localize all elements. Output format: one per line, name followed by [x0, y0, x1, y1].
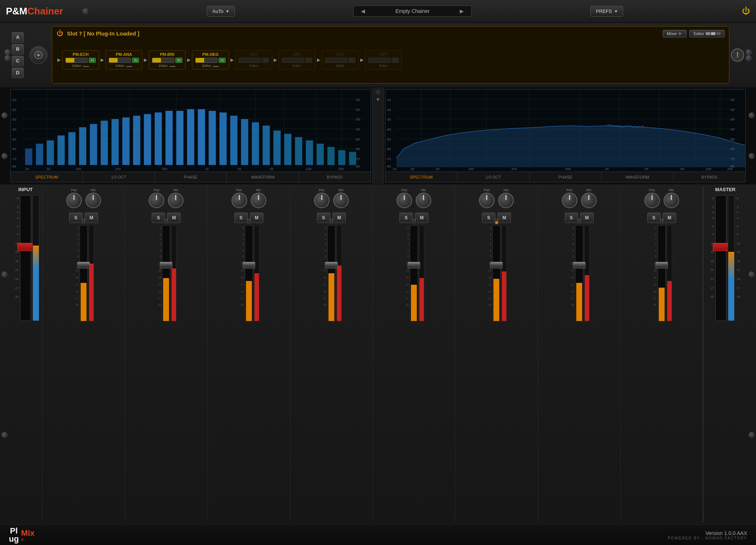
ch2-fader-thumb[interactable] [160, 262, 172, 268]
ch3-mute[interactable]: M [250, 213, 263, 223]
ch5-fader[interactable]: clip [410, 225, 418, 321]
ch7-solo[interactable]: S [565, 213, 578, 223]
ch3-solo[interactable]: S [234, 213, 248, 223]
plugin-arrow-1[interactable]: ▶ [57, 57, 61, 62]
ch4-fader-thumb[interactable] [325, 262, 338, 268]
ch6-mix-knob[interactable] [498, 193, 514, 208]
tab-spectrum-right[interactable]: SPECTRUM [385, 172, 458, 182]
ch5-pan-knob[interactable] [396, 193, 412, 208]
input-fader-thumb[interactable] [17, 243, 34, 251]
editor-button[interactable]: Editor [689, 30, 725, 37]
plugin-arrow-4[interactable]: ▶ [187, 57, 190, 62]
tab-bypass-right[interactable]: BYPASS [674, 172, 745, 182]
plugin-arrow-7[interactable]: ▶ [317, 57, 320, 62]
tab-phase-left[interactable]: PHASE [155, 172, 227, 182]
plugin-off-4[interactable]: OFF IN Editor [365, 50, 402, 70]
plugin-pm-bri[interactable]: PM-BRI IN Editor ▬▬ [149, 50, 186, 70]
ch3-pan-knob[interactable] [232, 193, 247, 208]
ch3-mix-knob[interactable] [251, 193, 266, 208]
ch2-mute[interactable]: M [167, 213, 180, 223]
plugin-off-2[interactable]: OFF IN Editor [279, 50, 315, 70]
auto-button[interactable]: AuTo [207, 6, 235, 17]
slot-letters: A B C D [12, 32, 24, 78]
ch8-solo[interactable]: S [647, 213, 661, 223]
tab-oct-left[interactable]: 1/3 OCT [83, 172, 155, 182]
ch4-mix-knob[interactable] [333, 193, 349, 208]
plugin-arrow-2[interactable]: ▶ [101, 57, 104, 62]
ch8-pan-knob[interactable] [644, 193, 660, 208]
tab-spectrum-left[interactable]: SPECTRUM [11, 172, 83, 182]
add-plugin-button[interactable] [30, 46, 47, 64]
ch8-fader-thumb[interactable] [655, 262, 668, 268]
ch1-fader-thumb[interactable] [77, 262, 90, 268]
ch8-fader[interactable]: clip [658, 225, 666, 321]
tab-oct-right[interactable]: 1/3 OCT [458, 172, 530, 182]
ch8-mute[interactable]: M [663, 213, 676, 223]
ch6-mute[interactable]: M [497, 213, 511, 223]
master-fader[interactable] [715, 195, 726, 321]
plugin-off-3[interactable]: OFF IN Editor [322, 50, 359, 70]
ch7-mute[interactable]: M [580, 213, 594, 223]
tab-waveform-right[interactable]: WAVEFORM [601, 172, 674, 182]
preset-prev[interactable]: ◀ [361, 8, 365, 14]
divider-arrow[interactable]: ▼ [375, 97, 381, 102]
plugin-arrow-8[interactable]: ▶ [360, 57, 364, 62]
ch2-pan-knob[interactable] [149, 193, 164, 208]
ch5-mix-knob[interactable] [416, 193, 431, 208]
ch1-solo[interactable]: S [69, 213, 82, 223]
plugin-pm-deg[interactable]: PM-DEG IN Editor ▬▬ [192, 50, 229, 70]
plugin-arrow-5[interactable]: ▶ [230, 57, 234, 62]
ch1-pan-knob[interactable] [66, 193, 82, 208]
ch6-fader-thumb[interactable] [490, 262, 503, 268]
ch7-mix-knob[interactable] [581, 193, 597, 208]
ch4-fader[interactable]: clip [327, 225, 335, 321]
ch1-fader[interactable]: clip [80, 225, 88, 321]
slot-letter-c[interactable]: C [12, 56, 24, 66]
ch2-fader[interactable]: clip [162, 225, 170, 321]
ch1-mix-knob[interactable] [85, 193, 101, 208]
slot-letter-b[interactable]: B [12, 44, 24, 54]
master-fader-thumb[interactable] [713, 243, 729, 251]
ch3-fader[interactable]: clip [245, 225, 253, 321]
ch4-pan-knob[interactable] [314, 193, 330, 208]
preset-next[interactable]: ▶ [460, 8, 464, 14]
ch6-solo[interactable]: S [482, 213, 495, 223]
input-vu-meter [33, 195, 39, 321]
tab-bypass-left[interactable]: BYPASS [299, 172, 371, 182]
slot-power-icon[interactable]: ⏻ [57, 30, 63, 37]
ch7-fader[interactable]: clip [575, 225, 583, 321]
ch5-mute[interactable]: M [415, 213, 428, 223]
svg-rect-46 [338, 150, 345, 165]
mixer-button[interactable]: Mixer ⫸ [663, 30, 686, 37]
ch1-vu [89, 225, 94, 321]
slot-letter-d[interactable]: D [12, 68, 24, 78]
ch4-solo[interactable]: S [317, 213, 330, 223]
ch3-pan-group: Pan [232, 188, 247, 208]
plugin-pm-ech[interactable]: PM-ECH IN Editor ▬▬ [62, 50, 99, 70]
slot-letter-a[interactable]: A [12, 32, 24, 43]
input-fader[interactable] [20, 195, 31, 321]
plugin-arrow-3[interactable]: ▶ [144, 57, 147, 62]
ch3-vu [254, 225, 259, 321]
power-icon[interactable]: ⏻ [742, 6, 750, 16]
ch8-mix-knob[interactable] [664, 193, 679, 208]
prefs-button[interactable]: PREFS [590, 6, 623, 17]
ch6-pan-knob[interactable] [479, 193, 495, 208]
ch6-fader[interactable]: clip [492, 225, 500, 321]
ch7-fader-thumb[interactable] [573, 262, 585, 268]
plugin-arrow-6[interactable]: ▶ [274, 57, 277, 62]
tab-phase-right[interactable]: PHASE [530, 172, 602, 182]
top-bar: P&M Chainer AuTo ◀ Empty Chainer ▶ PREFS… [0, 0, 756, 23]
ch4-mute[interactable]: M [333, 213, 346, 223]
ch2-mix-knob[interactable] [168, 193, 183, 208]
ch5-solo[interactable]: S [399, 213, 413, 223]
ch3-fader-thumb[interactable] [243, 262, 255, 268]
ch7-pan-knob[interactable] [562, 193, 577, 208]
ch2-solo[interactable]: S [152, 213, 165, 223]
ch1-mute[interactable]: M [85, 213, 98, 223]
plugin-pm-ana[interactable]: PM-ANA IN Editor ▬▬ [105, 50, 142, 70]
tab-waveform-left[interactable]: WAVEFORM [227, 172, 299, 182]
slot-warning-button[interactable]: ! [731, 48, 744, 62]
plugin-off-1[interactable]: OFF IN Editor [235, 50, 272, 70]
ch5-fader-thumb[interactable] [408, 262, 420, 268]
